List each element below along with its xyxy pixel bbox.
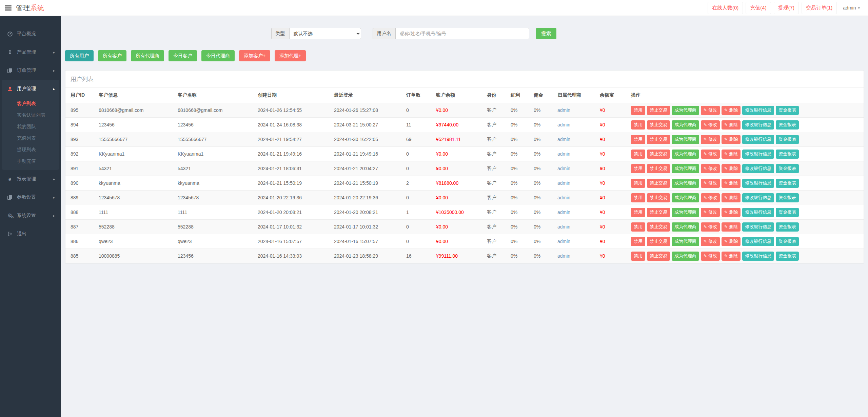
ban-trade-button[interactable]: 禁止交易 <box>647 179 670 188</box>
online-count-button[interactable]: 在线人数(0) <box>708 2 743 14</box>
edit-bank-button[interactable]: 修改银行信息 <box>742 252 774 261</box>
funds-report-button[interactable]: 资金报表 <box>776 252 799 261</box>
edit-bank-button[interactable]: 修改银行信息 <box>742 150 774 159</box>
make-agent-button[interactable]: 成为代理商 <box>672 179 699 188</box>
make-agent-button[interactable]: 成为代理商 <box>672 106 699 115</box>
delete-button[interactable]: ✎删除 <box>722 193 741 202</box>
edit-bank-button[interactable]: 修改银行信息 <box>742 135 774 144</box>
funds-report-button[interactable]: 资金报表 <box>776 208 799 217</box>
delete-button[interactable]: ✎删除 <box>722 135 741 144</box>
today-customers-button[interactable]: 今日客户 <box>169 50 197 61</box>
edit-button[interactable]: ✎修改 <box>701 208 720 217</box>
agent-link[interactable]: admin <box>555 234 597 249</box>
all-users-button[interactable]: 所有用户 <box>65 50 94 61</box>
funds-report-button[interactable]: 资金报表 <box>776 135 799 144</box>
sidebar-item-params[interactable]: 参数设置 ▸ <box>0 188 61 206</box>
user-menu[interactable]: admin ▾ <box>840 2 863 13</box>
ban-trade-button[interactable]: 禁止交易 <box>647 237 670 246</box>
make-agent-button[interactable]: 成为代理商 <box>672 164 699 173</box>
make-agent-button[interactable]: 成为代理商 <box>672 193 699 202</box>
ban-trade-button[interactable]: 禁止交易 <box>647 164 670 173</box>
make-agent-button[interactable]: 成为代理商 <box>672 237 699 246</box>
agent-link[interactable]: admin <box>555 220 597 234</box>
edit-bank-button[interactable]: 修改银行信息 <box>742 222 774 232</box>
make-agent-button[interactable]: 成为代理商 <box>672 208 699 217</box>
funds-report-button[interactable]: 资金报表 <box>776 150 799 159</box>
funds-report-button[interactable]: 资金报表 <box>776 237 799 246</box>
agent-link[interactable]: admin <box>555 249 597 263</box>
delete-button[interactable]: ✎删除 <box>722 252 741 261</box>
edit-bank-button[interactable]: 修改银行信息 <box>742 237 774 246</box>
agent-link[interactable]: admin <box>555 161 597 176</box>
sidebar-subitem-customer-list[interactable]: 客户列表 <box>2 98 59 110</box>
sidebar-item-users[interactable]: 用户管理 ▸ <box>2 80 59 98</box>
disable-button[interactable]: 禁用 <box>631 135 645 144</box>
disable-button[interactable]: 禁用 <box>631 208 645 217</box>
delete-button[interactable]: ✎删除 <box>722 237 741 246</box>
today-agents-button[interactable]: 今日代理商 <box>201 50 235 61</box>
edit-button[interactable]: ✎修改 <box>701 252 720 261</box>
all-customers-button[interactable]: 所有客户 <box>98 50 126 61</box>
sidebar-item-products[interactable]: 产品管理 ▸ <box>0 43 61 61</box>
make-agent-button[interactable]: 成为代理商 <box>672 120 699 130</box>
disable-button[interactable]: 禁用 <box>631 252 645 261</box>
sidebar-subitem-my-team[interactable]: 我的团队 <box>2 121 59 133</box>
delete-button[interactable]: ✎删除 <box>722 150 741 159</box>
edit-button[interactable]: ✎修改 <box>701 120 720 130</box>
make-agent-button[interactable]: 成为代理商 <box>672 150 699 159</box>
funds-report-button[interactable]: 资金报表 <box>776 164 799 173</box>
search-button[interactable]: 搜索 <box>536 28 556 39</box>
delete-button[interactable]: ✎删除 <box>722 179 741 188</box>
agent-link[interactable]: admin <box>555 191 597 205</box>
delete-button[interactable]: ✎删除 <box>722 106 741 115</box>
ban-trade-button[interactable]: 禁止交易 <box>647 106 670 115</box>
edit-button[interactable]: ✎修改 <box>701 193 720 202</box>
disable-button[interactable]: 禁用 <box>631 120 645 130</box>
sidebar-subitem-kyc-list[interactable]: 实名认证列表 <box>2 110 59 121</box>
delete-button[interactable]: ✎删除 <box>722 164 741 173</box>
agent-link[interactable]: admin <box>555 176 597 191</box>
withdraw-button[interactable]: 提现(7) <box>774 2 799 14</box>
sidebar-item-orders[interactable]: 订单管理 ▸ <box>0 61 61 80</box>
agent-link[interactable]: admin <box>555 118 597 132</box>
edit-button[interactable]: ✎修改 <box>701 135 720 144</box>
sidebar-subitem-withdraw-list[interactable]: 提现列表 <box>2 144 59 156</box>
sidebar-item-reports[interactable]: ¥ 报表管理 ▸ <box>0 170 61 188</box>
sidebar-item-overview[interactable]: 平台概况 <box>0 25 61 43</box>
edit-button[interactable]: ✎修改 <box>701 164 720 173</box>
all-agents-button[interactable]: 所有代理商 <box>131 50 164 61</box>
disable-button[interactable]: 禁用 <box>631 179 645 188</box>
ban-trade-button[interactable]: 禁止交易 <box>647 135 670 144</box>
funds-report-button[interactable]: 资金报表 <box>776 106 799 115</box>
disable-button[interactable]: 禁用 <box>631 150 645 159</box>
type-select[interactable]: 默认不选 <box>289 28 361 39</box>
ban-trade-button[interactable]: 禁止交易 <box>647 193 670 202</box>
make-agent-button[interactable]: 成为代理商 <box>672 252 699 261</box>
recharge-button[interactable]: 充值(4) <box>746 2 771 14</box>
edit-button[interactable]: ✎修改 <box>701 150 720 159</box>
ban-trade-button[interactable]: 禁止交易 <box>647 252 670 261</box>
edit-button[interactable]: ✎修改 <box>701 106 720 115</box>
agent-link[interactable]: admin <box>555 103 597 118</box>
edit-button[interactable]: ✎修改 <box>701 179 720 188</box>
delete-button[interactable]: ✎删除 <box>722 120 741 130</box>
add-customer-button[interactable]: 添加客户+ <box>239 50 270 61</box>
funds-report-button[interactable]: 资金报表 <box>776 179 799 188</box>
funds-report-button[interactable]: 资金报表 <box>776 222 799 232</box>
username-input[interactable] <box>395 28 529 39</box>
disable-button[interactable]: 禁用 <box>631 237 645 246</box>
funds-report-button[interactable]: 资金报表 <box>776 193 799 202</box>
sidebar-subitem-recharge-list[interactable]: 充值列表 <box>2 133 59 144</box>
ban-trade-button[interactable]: 禁止交易 <box>647 150 670 159</box>
disable-button[interactable]: 禁用 <box>631 164 645 173</box>
make-agent-button[interactable]: 成为代理商 <box>672 135 699 144</box>
trade-orders-button[interactable]: 交易订单(1) <box>802 2 837 14</box>
agent-link[interactable]: admin <box>555 147 597 161</box>
delete-button[interactable]: ✎删除 <box>722 222 741 232</box>
agent-link[interactable]: admin <box>555 132 597 147</box>
ban-trade-button[interactable]: 禁止交易 <box>647 120 670 130</box>
edit-button[interactable]: ✎修改 <box>701 222 720 232</box>
edit-bank-button[interactable]: 修改银行信息 <box>742 193 774 202</box>
agent-link[interactable]: admin <box>555 205 597 220</box>
edit-button[interactable]: ✎修改 <box>701 237 720 246</box>
